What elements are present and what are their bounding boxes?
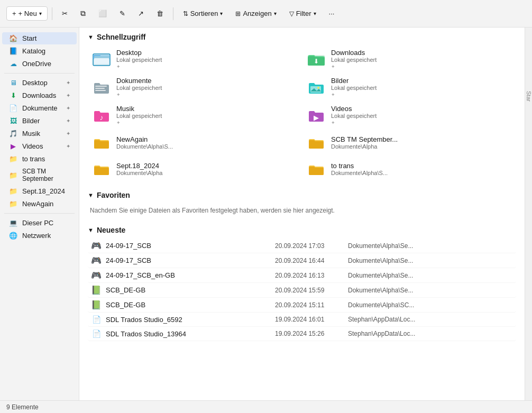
new-label: + Neu [19,10,37,17]
recent-file-icon: 🎮 [91,241,102,251]
sidebar-item-label: Dieser PC [22,219,53,227]
pin-icon: ✦ [66,131,70,136]
file-icon: 📗 [91,300,102,309]
table-row[interactable]: 📗 SCB_DE-GB 20.09.2024 15:59 Dokumente\A… [88,283,516,298]
delete-button[interactable]: 🗑 [151,7,169,20]
favoriten-header[interactable]: ▼ Favoriten [79,186,525,204]
recent-table: 🎮 24-09-17_SCB 20.09.2024 17:03 Dokument… [79,238,525,341]
folder-item-videos[interactable]: ▶ Videos Lokal gespeichert ✦ [302,102,516,129]
svg-rect-9 [95,88,105,89]
folder-item-totrans[interactable]: to trans Dokumente\Alpha\S... [302,156,516,181]
sidebar-item-label: Desktop [22,79,48,87]
folder-pin: ✦ [116,120,162,125]
folder-item-bilder[interactable]: Bilder Lokal gespeichert ✦ [302,74,516,100]
sidebar-item-label: SCB TM September [22,168,70,182]
pin-icon: ✦ [66,93,70,98]
folder-name: Bilder [331,77,377,85]
table-row[interactable]: 🎮 24-09-17_SCB 20.09.2024 16:44 Dokument… [88,253,516,268]
recent-file-date: 19.09.2024 15:26 [275,330,344,337]
sidebar-item-label: to trans [22,155,45,163]
sidebar-item-netzwerk[interactable]: 🌐 Netzwerk [2,230,77,242]
folder-pin: ✦ [331,64,377,69]
separator-1 [52,7,52,20]
chevron-down-icon: ▼ [88,192,94,198]
schnellzugriff-header[interactable]: ▼ Schnellzugriff [79,27,525,45]
sidebar-item-katalog[interactable]: 📘 Katalog [2,45,77,57]
share-button[interactable]: ↗ [133,7,149,20]
table-row[interactable]: 📄 SDL Trados Studio_13964 19.09.2024 15:… [88,327,516,341]
videos-folder-info: Videos Lokal gespeichert ✦ [331,105,377,125]
desktop-folder-icon [92,50,111,69]
musik-icon: 🎵 [8,130,18,137]
recent-file-path: Dokumente\Alpha\Se... [348,272,513,279]
recent-file-date: 20.09.2024 15:11 [275,301,344,309]
folder-item-dokumente[interactable]: Dokumente Lokal gespeichert ✦ [88,74,301,100]
folder-name: NewAgain [116,135,173,143]
dokumente-folder-info: Dokumente Lokal gespeichert ✦ [116,77,162,97]
recent-file-name: SDL Trados Studio_6592 [106,316,271,324]
recent-file-date: 20.09.2024 16:44 [275,257,344,264]
folder-name: SCB TM September... [331,135,398,143]
folder-path: Lokal gespeichert [331,57,377,63]
svg-rect-10 [95,90,106,91]
copy-button[interactable]: ⧉ [75,6,91,21]
folder-item-newagain[interactable]: NewAgain Dokumente\Alpha\S... [88,130,301,155]
file-icon: 📄 [92,315,101,324]
sidebar-item-dieser-pc[interactable]: 💻 Dieser PC [2,217,77,229]
sort-icon: ⇅ [183,10,188,17]
recent-file-path: Dokumente\Alpha\Se... [348,287,513,294]
more-button[interactable]: ··· [324,7,340,20]
rename-button[interactable]: ✎ [114,7,131,20]
sidebar-item-desktop[interactable]: 🖥 Desktop ✦ [2,77,77,89]
folder-item-downloads[interactable]: ⬇ Downloads Lokal gespeichert ✦ [302,45,516,72]
filter-icon: ▽ [289,10,294,17]
sidebar-item-newagain[interactable]: 📁 NewAgain [2,198,77,210]
folder-item-desktop[interactable]: Desktop Lokal gespeichert ✦ [88,45,301,72]
downloads-icon: ⬇ [8,91,18,99]
view-button[interactable]: ⊞ Anzeigen ▾ [230,7,281,20]
table-row[interactable]: 📗 SCB_DE-GB 20.09.2024 15:11 Dokumente\A… [88,298,516,313]
folder-item-scbtm[interactable]: SCB TM September... Dokumente\Alpha [302,130,516,155]
table-row[interactable]: 🎮 24-09-17_SCB_en-GB 20.09.2024 16:13 Do… [88,268,516,283]
sidebar-item-totrans[interactable]: 📁 to trans [2,153,77,165]
cut-button[interactable]: ✂ [57,7,73,20]
favoriten-empty-text: Nachdem Sie einige Dateien als Favoriten… [79,204,525,221]
folder-item-musik[interactable]: ♪ Musik Lokal gespeichert ✦ [88,102,301,129]
filter-button[interactable]: ▽ Filter ▾ [284,7,322,20]
neueste-header[interactable]: ▼ Neueste [79,221,525,238]
bilder-icon: 🖼 [8,117,18,125]
copy-icon: ⧉ [80,9,86,18]
recent-file-name: SCB_DE-GB [106,301,271,309]
sort-button[interactable]: ⇅ Sortieren ▾ [178,7,228,20]
folder-name: Musik [116,105,162,113]
sidebar-item-dokumente[interactable]: 📄 Dokumente ✦ [2,102,77,114]
sidebar-item-onedrive[interactable]: ☁ OneDrive [2,58,77,70]
onedrive-icon: ☁ [8,60,18,68]
totrans-folder-info: to trans Dokumente\Alpha\S... [331,162,388,176]
totrans-folder-icon [307,159,326,178]
recent-file-icon: 📗 [91,300,102,310]
paste-button[interactable]: ⬜ [93,7,112,20]
scbtm-folder-info: SCB TM September... Dokumente\Alpha [331,135,398,150]
newagain-folder-info: NewAgain Dokumente\Alpha\S... [116,135,173,150]
sidebar-item-bilder[interactable]: 🖼 Bilder ✦ [2,115,77,127]
table-row[interactable]: 📄 SDL Trados Studio_6592 19.09.2024 16:0… [88,313,516,327]
folder-item-sept2024[interactable]: Sept.18_2024 Dokumente\Alpha [88,156,301,181]
new-button[interactable]: + + Neu ▾ [6,6,48,21]
sidebar-item-scbtm[interactable]: 📁 SCB TM September [2,166,77,185]
sidebar-item-videos[interactable]: ▶ Videos ✦ [2,140,77,152]
sidebar-item-sept2024[interactable]: 📁 Sept.18_2024 [2,185,77,197]
folder-name: Sept.18_2024 [116,162,162,170]
recent-file-icon: 🎮 [91,255,102,265]
downloads-folder-info: Downloads Lokal gespeichert ✦ [331,49,377,69]
file-icon: 📄 [92,329,101,338]
sidebar-item-start[interactable]: 🏠 Start [2,32,77,44]
main-container: 🏠 Start 📘 Katalog ☁ OneDrive 🖥 Desktop ✦… [0,27,532,400]
sidebar-item-musik[interactable]: 🎵 Musik ✦ [2,127,77,140]
recent-file-path: Dokumente\Alpha\SC... [348,301,513,309]
table-row[interactable]: 🎮 24-09-17_SCB 20.09.2024 17:03 Dokument… [88,238,516,253]
sidebar-item-downloads[interactable]: ⬇ Downloads ✦ [2,89,77,102]
folder-name: Desktop [116,49,162,57]
new-dropdown-icon: ▾ [39,11,42,16]
dieser-pc-icon: 💻 [8,219,18,227]
